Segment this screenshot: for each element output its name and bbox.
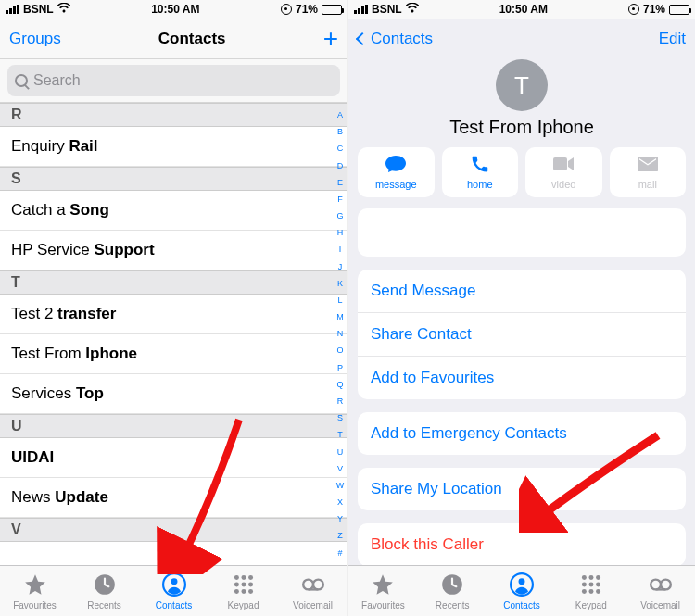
index-letter[interactable]: Y (337, 514, 343, 523)
contacts-icon (162, 572, 186, 598)
svg-point-28 (651, 579, 661, 589)
quick-action-home[interactable]: home (442, 147, 519, 197)
action-group: Block this Caller (358, 523, 686, 565)
nr-indicator-icon (281, 4, 292, 15)
battery-icon (322, 5, 342, 15)
section-header: R (0, 103, 348, 127)
index-letter[interactable]: N (337, 329, 344, 338)
index-letter[interactable]: W (336, 481, 345, 490)
index-letter[interactable]: X (337, 497, 343, 507)
section-header: V (0, 518, 348, 542)
tab-label: Favourites (13, 600, 57, 610)
contact-row[interactable]: Enquiry Rail (0, 127, 348, 167)
svg-point-8 (248, 582, 253, 586)
battery-pct-label: 71% (296, 3, 318, 16)
section-header: S (0, 167, 348, 191)
contact-row[interactable]: HP Service Support (0, 231, 348, 270)
index-letter[interactable]: S (337, 413, 343, 422)
tab-label: Keypad (228, 600, 259, 610)
battery-pct-label: 71% (643, 3, 665, 16)
groups-button[interactable]: Groups (9, 30, 61, 48)
action-group: Add to Emergency Contacts (358, 412, 686, 455)
favourites-icon (371, 572, 395, 598)
index-letter[interactable]: O (336, 346, 343, 355)
index-letter[interactable]: U (337, 447, 344, 457)
contact-row[interactable]: Test From Iphone (0, 334, 348, 374)
index-letter[interactable]: M (336, 312, 344, 321)
index-letter[interactable]: Z (337, 531, 343, 540)
index-letter[interactable]: G (336, 211, 343, 220)
contact-detail-screen: BSNL 10:50 AM 71% Contacts Edit T Test F… (348, 0, 695, 616)
wifi-icon (57, 3, 70, 16)
contact-row[interactable]: News Update (0, 478, 348, 518)
index-letter[interactable]: L (337, 295, 342, 305)
index-letter[interactable]: A (337, 110, 343, 119)
tab-label: Recents (436, 600, 470, 610)
index-letter[interactable]: K (337, 279, 343, 288)
favourites-icon (23, 572, 47, 598)
quick-action-message[interactable]: message (358, 147, 435, 197)
index-letter[interactable]: D (337, 161, 344, 170)
tab-contacts[interactable]: Contacts (487, 566, 557, 616)
clock-label: 10:50 AM (499, 3, 548, 16)
status-bar: BSNL 10:50 AM 71% (0, 0, 348, 19)
back-button[interactable]: Contacts (358, 30, 433, 48)
tab-voicemail[interactable]: Voicemail (278, 566, 348, 616)
tab-recents[interactable]: Recents (418, 566, 487, 616)
index-letter[interactable]: I (339, 245, 342, 254)
contacts-list[interactable]: REnquiry RailSCatch a SongHP Service Sup… (0, 103, 348, 565)
contact-row[interactable]: Test 2 transfer (0, 295, 348, 334)
index-letter[interactable]: P (337, 363, 343, 372)
index-letter[interactable]: C (337, 144, 344, 153)
search-container: Search (0, 59, 348, 103)
index-letter[interactable]: F (337, 195, 343, 204)
contact-row[interactable]: Catch a Song (0, 191, 348, 231)
svg-point-18 (519, 578, 525, 585)
edit-button[interactable]: Edit (659, 30, 686, 48)
detail-body: T Test From Iphone messagehomevideomail … (348, 59, 695, 565)
contacts-list-screen: BSNL 10:50 AM 71% Groups Contacts + Sear… (0, 0, 348, 616)
avatar: T (496, 59, 548, 111)
svg-point-10 (241, 589, 246, 594)
tab-label: Contacts (156, 600, 192, 610)
info-card (358, 208, 686, 257)
index-letter[interactable]: R (337, 396, 344, 406)
keypad-icon (579, 572, 603, 598)
search-input[interactable]: Search (7, 65, 340, 96)
add-to-emergency-contacts-row[interactable]: Add to Emergency Contacts (358, 412, 686, 455)
send-message-row[interactable]: Send Message (358, 270, 686, 313)
home-icon (469, 155, 491, 175)
share-contact-row[interactable]: Share Contact (358, 313, 686, 357)
back-label: Contacts (371, 30, 433, 48)
index-letter[interactable]: Q (336, 380, 343, 389)
signal-icon (6, 5, 19, 14)
svg-point-13 (313, 579, 323, 589)
keypad-icon (232, 572, 256, 598)
add-to-favourites-row[interactable]: Add to Favourites (358, 357, 686, 399)
nav-bar: Contacts Edit (348, 19, 695, 59)
index-letter[interactable]: H (337, 228, 344, 237)
contact-row[interactable]: Services Top (0, 374, 348, 414)
tab-recents[interactable]: Recents (70, 566, 139, 616)
block-this-caller-row[interactable]: Block this Caller (358, 523, 686, 565)
tab-voicemail[interactable]: Voicemail (626, 566, 695, 616)
index-letter[interactable]: T (337, 430, 343, 439)
index-letter[interactable]: E (337, 178, 343, 187)
index-letter[interactable]: J (338, 262, 343, 271)
index-letter[interactable]: B (337, 127, 343, 136)
index-strip[interactable]: ABCDEFGHIJKLMNOPQRSTUVWXYZ# (334, 103, 347, 565)
add-contact-button[interactable]: + (323, 26, 338, 52)
tab-favourites[interactable]: Favourites (348, 566, 418, 616)
contacts-icon (510, 572, 534, 598)
tab-label: Voicemail (640, 600, 680, 610)
index-letter[interactable]: # (337, 548, 342, 558)
tab-keypad[interactable]: Keypad (556, 566, 626, 616)
tab-favourites[interactable]: Favourites (0, 566, 70, 616)
contact-row[interactable]: UIDAI (0, 438, 348, 478)
share-my-location-row[interactable]: Share My Location (358, 468, 686, 510)
tab-keypad[interactable]: Keypad (208, 566, 278, 616)
quick-action-mail: mail (610, 147, 687, 197)
index-letter[interactable]: V (337, 464, 343, 473)
contact-name: Test From Iphone (348, 117, 695, 138)
tab-contacts[interactable]: Contacts (139, 566, 208, 616)
